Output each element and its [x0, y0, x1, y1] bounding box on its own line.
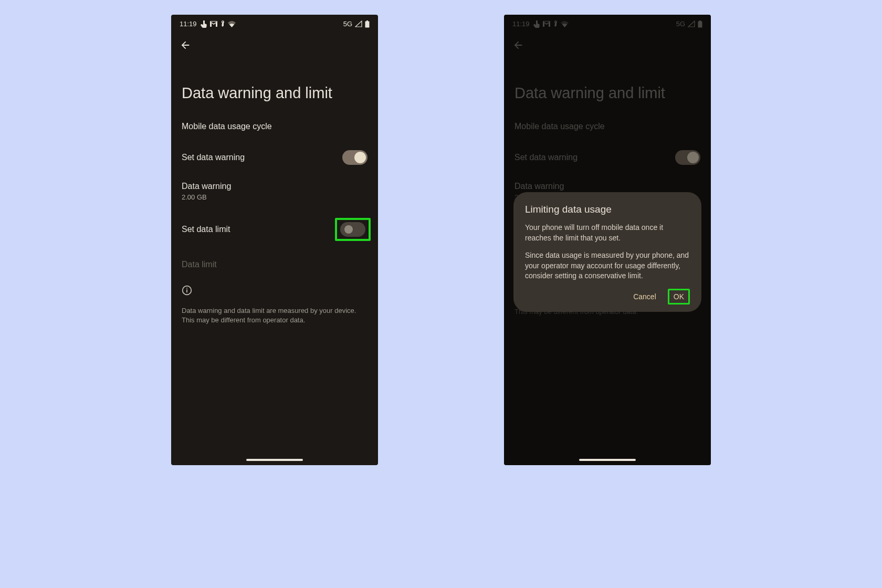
- svg-rect-1: [186, 289, 187, 292]
- info-icon-row: [171, 279, 378, 303]
- footnote: Data warning and data limit are measured…: [171, 303, 378, 325]
- back-button[interactable]: [171, 30, 378, 57]
- usage-cycle-label: Mobile data usage cycle: [182, 122, 272, 131]
- touch-icon: [201, 20, 207, 28]
- phone-screenshot-left: 11:19 5G Data warning and limit Mobile d…: [171, 15, 378, 465]
- set-data-warning-label: Set data warning: [182, 153, 245, 162]
- set-data-limit-label: Set data limit: [182, 225, 230, 234]
- set-data-limit-toggle[interactable]: [340, 222, 365, 237]
- info-icon: [182, 285, 192, 296]
- cancel-button[interactable]: Cancel: [631, 289, 658, 304]
- set-data-limit-highlight: [335, 218, 371, 241]
- dialog-title: Limiting data usage: [525, 204, 690, 215]
- status-bar: 11:19 5G: [171, 15, 378, 30]
- phone-screenshot-right: 11:19 5G Data warning and limit Mobile d…: [504, 15, 711, 465]
- gmail-icon: [210, 21, 217, 27]
- arrow-left-icon: [180, 39, 191, 51]
- status-time: 11:19: [180, 20, 197, 28]
- data-warning-row[interactable]: Data warning 2.00 GB: [171, 174, 378, 208]
- ok-button[interactable]: OK: [668, 289, 690, 304]
- data-limit-row: Data limit: [171, 250, 378, 279]
- data-warning-label: Data warning: [182, 182, 231, 191]
- data-limit-label: Data limit: [182, 260, 217, 269]
- data-warning-value: 2.00 GB: [182, 193, 231, 201]
- dialog-paragraph-2: Since data usage is measured by your pho…: [525, 250, 690, 281]
- set-data-warning-toggle[interactable]: [342, 150, 368, 165]
- mobile-data-usage-cycle-row[interactable]: Mobile data usage cycle: [171, 112, 378, 141]
- dialog-paragraph-1: Your phone will turn off mobile data onc…: [525, 223, 690, 243]
- svg-rect-2: [186, 288, 187, 289]
- limiting-data-usage-dialog: Limiting data usage Your phone will turn…: [513, 192, 701, 312]
- battery-icon: [365, 20, 370, 28]
- page-title: Data warning and limit: [171, 57, 378, 112]
- dialog-body: Your phone will turn off mobile data onc…: [525, 223, 690, 281]
- home-indicator[interactable]: [246, 459, 303, 461]
- set-data-warning-row[interactable]: Set data warning: [171, 141, 378, 174]
- set-data-limit-row[interactable]: Set data limit: [171, 208, 378, 250]
- dialog-actions: Cancel OK: [525, 289, 690, 304]
- key-icon: [220, 20, 225, 28]
- signal-icon: [355, 20, 362, 27]
- status-network: 5G: [343, 20, 352, 28]
- wifi-icon: [228, 21, 236, 27]
- home-indicator[interactable]: [579, 459, 636, 461]
- status-left-icons: [201, 20, 236, 28]
